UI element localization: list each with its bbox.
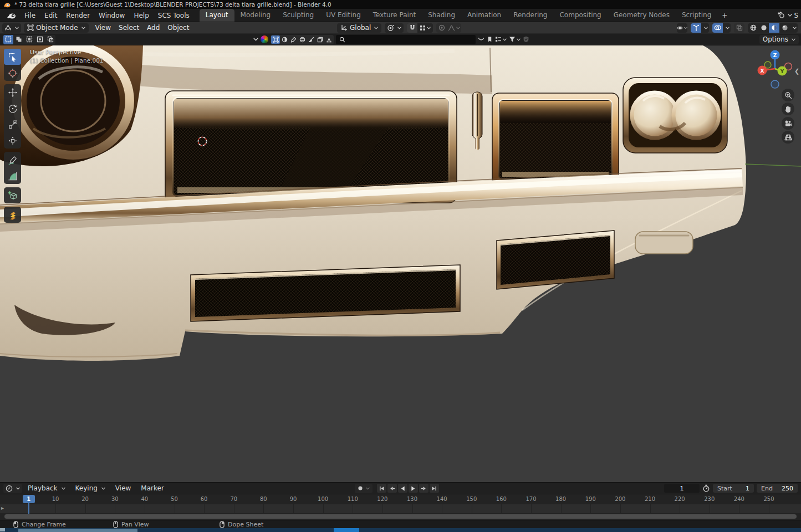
jump-to-next-keyframe-button[interactable] <box>419 484 428 493</box>
playhead[interactable]: 1 <box>23 495 35 503</box>
topbar-menu-item[interactable]: Render <box>62 9 94 22</box>
lower-grille-left-mesh[interactable] <box>191 265 460 321</box>
display-mode-dropdown[interactable] <box>495 36 507 43</box>
editor-type-button[interactable] <box>2 23 21 33</box>
workspace-tab[interactable]: Compositing <box>553 9 607 22</box>
viewport-menu-item[interactable]: Object <box>164 24 193 32</box>
topbar-menu-item[interactable]: SCS Tools <box>154 9 194 22</box>
workspace-tab[interactable]: Rendering <box>507 9 553 22</box>
tracks-expand-arrow[interactable]: ▸ <box>1 505 4 511</box>
right-headlight-mesh[interactable] <box>623 78 727 153</box>
bookmark-icon[interactable] <box>487 36 493 43</box>
camera-view-button[interactable] <box>782 117 794 130</box>
tool-select-box-button[interactable] <box>4 49 21 65</box>
timeline-ruler[interactable]: 1020304050607080901001101201301401501601… <box>0 494 801 504</box>
timeline-scrollbar[interactable] <box>0 513 801 520</box>
current-frame-field[interactable]: 1 <box>664 484 700 493</box>
tool-scs-addon-button[interactable] <box>4 207 21 223</box>
viewport-menu-item[interactable]: Add <box>143 24 164 32</box>
filter-dropdown[interactable] <box>509 36 521 43</box>
axis-neg-z-ball[interactable] <box>771 80 779 88</box>
scene-selector[interactable]: S <box>777 9 798 22</box>
workspace-tab[interactable]: Modeling <box>234 9 277 22</box>
scrollbar-handle[interactable] <box>4 514 797 519</box>
viewport-menu-item[interactable]: Select <box>115 24 143 32</box>
workspace-tab[interactable]: UV Editing <box>320 9 367 22</box>
tool-annotate-button[interactable] <box>4 152 21 168</box>
workspace-tab[interactable]: Scripting <box>676 9 717 22</box>
search-input[interactable] <box>348 36 464 43</box>
snap-toggle[interactable] <box>407 23 417 33</box>
tool-scale-button[interactable] <box>4 116 21 132</box>
shading-material-button[interactable] <box>769 23 779 33</box>
workspace-tab[interactable]: Texture Paint <box>367 9 422 22</box>
workspace-tab[interactable]: Animation <box>461 9 507 22</box>
viewport-scene[interactable] <box>0 45 801 482</box>
shading-dropdown[interactable] <box>790 23 798 33</box>
timeline-marker-menu[interactable]: Marker <box>136 484 168 492</box>
topbar-menu-item[interactable]: Help <box>129 9 153 22</box>
shading-rendered-button[interactable] <box>779 23 790 33</box>
playback-menu[interactable]: Playback <box>23 484 70 492</box>
viewport-menu-item[interactable]: View <box>91 24 115 32</box>
workspace-tab[interactable]: Shading <box>422 9 461 22</box>
select-mode-invert-button[interactable] <box>35 35 45 44</box>
timeline-view-menu[interactable]: View <box>111 484 135 492</box>
frame-end-field[interactable]: End 250 <box>757 484 798 493</box>
material-ball-icon[interactable] <box>261 35 268 43</box>
transform-orientation-dropdown[interactable]: Global <box>337 23 381 33</box>
navigation-gizmo[interactable]: Z X Y <box>755 49 796 90</box>
mode-particle-icon[interactable] <box>324 35 333 44</box>
collapse-arc-icon[interactable] <box>478 37 484 42</box>
shading-wireframe-button[interactable] <box>748 23 758 33</box>
play-button[interactable] <box>409 484 418 493</box>
timeline-body[interactable]: 1020304050607080901001101201301401501601… <box>0 494 801 520</box>
jump-to-prev-keyframe-button[interactable] <box>387 484 397 493</box>
chevron-down-icon[interactable] <box>253 38 258 41</box>
proportional-editing-toggle[interactable] <box>436 23 447 33</box>
viewport-3d[interactable]: User Perspective (1) Collection | Plane.… <box>0 45 801 482</box>
gizmo-dropdown[interactable] <box>701 23 709 33</box>
xray-toggle[interactable] <box>734 23 744 33</box>
workspace-tab[interactable]: Sculpting <box>277 9 320 22</box>
show-gizmo-toggle[interactable] <box>691 23 701 33</box>
select-mode-intersect-button[interactable] <box>45 35 55 44</box>
topbar-menu-item[interactable]: Edit <box>40 9 62 22</box>
zoom-button[interactable] <box>782 89 794 101</box>
workspace-tab[interactable]: Geometry Nodes <box>608 9 676 22</box>
tool-add-cube-button[interactable] <box>4 187 21 203</box>
mode-dropdown[interactable]: Object Mode <box>24 23 89 33</box>
mode-weight-paint-icon[interactable] <box>298 35 307 44</box>
toggle-orthographic-button[interactable] <box>782 131 794 144</box>
jump-to-end-button[interactable] <box>430 484 439 493</box>
object-visibility-dropdown[interactable] <box>677 23 687 33</box>
mode-sculpt-icon[interactable] <box>280 35 289 44</box>
select-mode-subtract-button[interactable] <box>24 35 34 44</box>
tool-move-button[interactable] <box>4 84 21 100</box>
bumper-vent-recess[interactable] <box>635 232 693 254</box>
timeline-editor-type-button[interactable] <box>3 484 22 493</box>
tool-measure-button[interactable] <box>4 168 21 184</box>
keying-menu[interactable]: Keying <box>71 484 110 492</box>
play-reverse-button[interactable] <box>398 484 407 493</box>
mode-vertex-paint-icon[interactable] <box>289 35 298 44</box>
right-grille-mesh[interactable] <box>492 93 619 186</box>
frame-start-field[interactable]: Start 1 <box>713 484 754 493</box>
tool-cursor-button[interactable] <box>4 65 21 81</box>
shading-solid-button[interactable] <box>758 23 769 33</box>
proportional-falloff-dropdown[interactable] <box>447 23 461 33</box>
options-dropdown[interactable]: Options <box>759 35 799 44</box>
blender-menu-button[interactable] <box>3 9 20 22</box>
select-mode-extend-button[interactable] <box>14 35 24 44</box>
mode-edit-icon[interactable] <box>315 35 324 44</box>
mode-texture-paint-icon[interactable] <box>307 35 315 44</box>
tool-transform-button[interactable] <box>4 132 21 149</box>
shield-icon[interactable] <box>523 36 529 43</box>
show-overlays-toggle[interactable] <box>712 23 723 33</box>
topbar-menu-item[interactable]: File <box>20 9 40 22</box>
pan-button[interactable] <box>782 103 794 115</box>
topbar-menu-item[interactable]: Window <box>94 9 129 22</box>
auto-keying-toggle[interactable] <box>355 484 373 493</box>
snap-target-dropdown[interactable] <box>417 23 433 33</box>
jump-to-start-button[interactable] <box>377 484 386 493</box>
